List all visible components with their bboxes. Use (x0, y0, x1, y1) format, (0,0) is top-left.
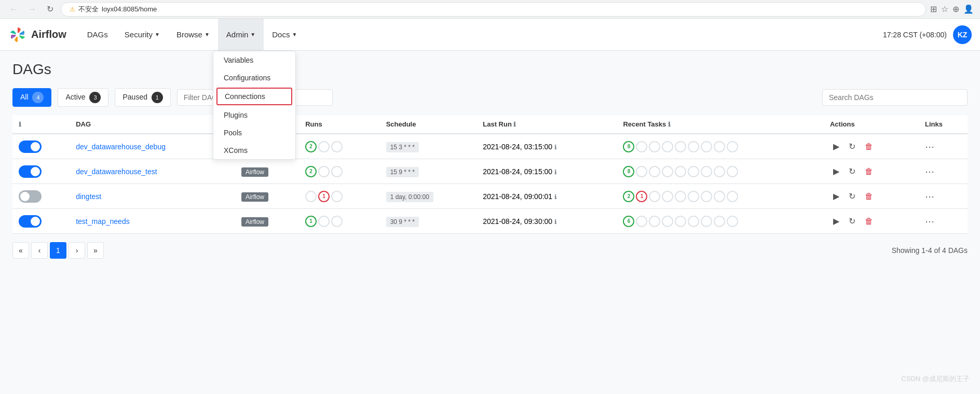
nav-admin[interactable]: Admin ▼ (218, 19, 264, 50)
profile-icon[interactable]: 👤 (963, 4, 974, 14)
showing-text: Showing 1-4 of 4 DAGs (892, 246, 968, 255)
forward-button[interactable]: → (25, 4, 39, 15)
star-icon[interactable]: ☆ (941, 4, 948, 14)
dropdown-variables[interactable]: Variables (213, 51, 295, 69)
browser-bar: ← → ↻ ⚠ 不安全 loyx04:8085/home ⊞ ☆ ⊕ 👤 (0, 0, 980, 19)
row4-dag-link[interactable]: test_map_needs (76, 217, 130, 226)
refresh-button[interactable]: ↻ (846, 189, 859, 203)
row3-owner: Airflow (235, 184, 299, 209)
refresh-button[interactable]: ↻ (846, 164, 859, 178)
row1-last-run: 2021-08-24, 03:15:00 ℹ (477, 134, 617, 159)
run-circle-empty (318, 216, 330, 227)
more-links-button[interactable]: ⋯ (925, 191, 934, 202)
row3-owner-badge: Airflow (241, 192, 268, 202)
row1-action-buttons: ▶ ↻ 🗑 (830, 139, 913, 153)
pagination-first[interactable]: « (12, 242, 29, 259)
task-circle (727, 166, 738, 177)
table-row: dev_datawarehouse_debug Airflow 2 15 3 *… (12, 134, 968, 159)
row2-last-run-info[interactable]: ℹ (554, 168, 557, 176)
task-circle (662, 166, 673, 177)
navbar-brand[interactable]: Airflow (8, 25, 66, 44)
row2-links: ⋯ (919, 159, 968, 184)
row4-toggle[interactable] (19, 215, 42, 228)
refresh-button[interactable]: ↻ (846, 214, 859, 228)
row3-last-run-info[interactable]: ℹ (554, 193, 557, 201)
refresh-button[interactable]: ↻ (846, 139, 859, 153)
nav-browse[interactable]: Browse ▼ (168, 19, 218, 50)
th-info: ℹ (12, 115, 70, 134)
run-button[interactable]: ▶ (830, 189, 842, 203)
row1-dag-link[interactable]: dev_datawarehouse_debug (76, 143, 166, 151)
row3-toggle[interactable] (19, 190, 42, 203)
row1-task-circles: 8 (623, 141, 818, 152)
run-button[interactable]: ▶ (830, 164, 842, 178)
task-circle (727, 191, 738, 202)
th-actions: Actions (824, 115, 919, 134)
pagination-current[interactable]: 1 (50, 242, 66, 259)
nav-dags[interactable]: DAGs (79, 19, 116, 50)
row4-owner-badge: Airflow (241, 217, 268, 227)
row1-runs: 2 (299, 134, 380, 159)
table-row: dev_datawarehouse_test Airflow 2 15 9 * … (12, 159, 968, 184)
more-links-button[interactable]: ⋯ (925, 216, 934, 227)
filter-paused[interactable]: Paused 1 (115, 88, 170, 107)
pagination-next[interactable]: › (69, 242, 85, 259)
last-run-info-icon[interactable]: ℹ (513, 121, 516, 128)
task-circle (714, 191, 725, 202)
row1-last-run-text: 2021-08-24, 03:15:00 (483, 143, 552, 151)
row2-toggle[interactable] (19, 165, 42, 178)
airflow-logo-icon (8, 25, 27, 44)
run-button[interactable]: ▶ (830, 139, 842, 153)
task-circle (662, 141, 673, 152)
browse-caret-icon: ▼ (205, 32, 210, 37)
more-links-button[interactable]: ⋯ (925, 142, 934, 152)
run-circle-empty (331, 141, 343, 152)
delete-button[interactable]: 🗑 (862, 140, 876, 153)
address-text: loyx04:8085/home (102, 5, 157, 13)
nav-security[interactable]: Security ▼ (116, 19, 168, 50)
pagination-prev[interactable]: ‹ (31, 242, 48, 259)
row3-last-run: 2021-08-24, 09:00:01 ℹ (477, 184, 617, 209)
info-icon[interactable]: ℹ (19, 121, 21, 128)
task-circle (727, 141, 738, 152)
task-circle (636, 216, 647, 227)
dag-search-input[interactable] (822, 89, 968, 106)
row1-toggle[interactable] (19, 140, 42, 153)
run-circle-empty (331, 191, 343, 202)
navbar: Airflow DAGs Security ▼ Browse ▼ Admin ▼… (0, 19, 980, 51)
run-circle-empty (331, 166, 343, 177)
task-circle: 8 (623, 166, 634, 177)
task-circle (701, 141, 712, 152)
more-links-button[interactable]: ⋯ (925, 166, 934, 177)
delete-button[interactable]: 🗑 (862, 190, 876, 203)
row1-last-run-info[interactable]: ℹ (554, 144, 557, 151)
row2-dag-link[interactable]: dev_datawarehouse_test (76, 167, 157, 176)
dropdown-pools[interactable]: Pools (213, 124, 295, 142)
row4-links: ⋯ (919, 209, 968, 234)
back-button[interactable]: ← (6, 4, 21, 15)
delete-button[interactable]: 🗑 (862, 165, 876, 178)
translate-icon[interactable]: ⊞ (930, 4, 937, 14)
delete-button[interactable]: 🗑 (862, 215, 876, 228)
run-button[interactable]: ▶ (830, 214, 842, 228)
row4-task-circles: 6 (623, 216, 818, 227)
dropdown-configurations[interactable]: Configurations (213, 69, 295, 87)
address-bar[interactable]: ⚠ 不安全 loyx04:8085/home (61, 2, 926, 17)
user-avatar[interactable]: KZ (953, 25, 972, 44)
filter-active[interactable]: Active 3 (58, 88, 108, 107)
filter-all[interactable]: All 4 (12, 88, 51, 107)
extensions-icon[interactable]: ⊕ (952, 4, 959, 14)
row3-dag-link[interactable]: dingtest (76, 192, 101, 201)
dropdown-plugins[interactable]: Plugins (213, 106, 295, 124)
pagination-last[interactable]: » (87, 242, 104, 259)
row2-actions: ▶ ↻ 🗑 (824, 159, 919, 184)
recent-tasks-info-icon[interactable]: ℹ (668, 121, 671, 128)
reload-button[interactable]: ↻ (44, 3, 57, 15)
dropdown-connections[interactable]: Connections (216, 88, 292, 105)
nav-docs[interactable]: Docs ▼ (264, 19, 305, 50)
row1-dag-name: dev_datawarehouse_debug (70, 134, 235, 159)
row4-owner: Airflow (235, 209, 299, 234)
row4-runs: 1 (299, 209, 380, 234)
dropdown-xcoms[interactable]: XComs (213, 142, 295, 159)
row4-last-run-info[interactable]: ℹ (554, 218, 557, 226)
